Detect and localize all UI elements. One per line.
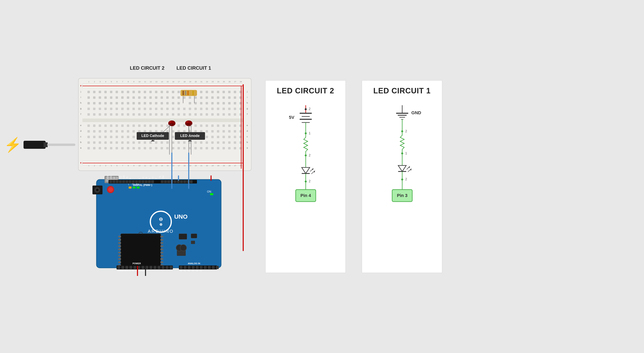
svg-text:21: 21 [200, 165, 202, 167]
svg-text:c: c [247, 135, 248, 138]
svg-text:A0: A0 [180, 270, 182, 272]
svg-text:A5: A5 [200, 270, 202, 272]
svg-rect-347 [144, 147, 146, 149]
svg-rect-358 [206, 147, 208, 149]
svg-text:L: L [128, 183, 130, 186]
svg-text:~11: ~11 [120, 176, 122, 179]
svg-rect-230 [116, 124, 118, 127]
svg-rect-147 [116, 102, 118, 104]
svg-text:6: 6 [116, 81, 118, 83]
svg-rect-462 [160, 236, 163, 237]
svg-rect-229 [110, 124, 112, 127]
svg-rect-371 [187, 91, 189, 95]
svg-rect-211 [166, 113, 169, 116]
svg-rect-236 [149, 124, 152, 127]
svg-text:e: e [247, 124, 248, 126]
svg-text:4: 4 [105, 81, 106, 83]
svg-rect-326 [183, 141, 186, 144]
svg-rect-219 [211, 113, 214, 116]
svg-text:h: h [80, 102, 82, 104]
svg-text:4: 4 [105, 165, 106, 167]
led-anode-tooltip-text: LED Anode [180, 134, 200, 138]
svg-text:2: 2 [94, 165, 95, 167]
svg-text:10: 10 [138, 81, 140, 83]
svg-rect-254 [93, 130, 96, 132]
svg-rect-167 [234, 102, 236, 104]
svg-text:h: h [247, 102, 248, 104]
svg-rect-504 [188, 266, 190, 269]
svg-rect-212 [172, 113, 174, 116]
circuit-1-title: LED CIRCUIT 1 [372, 86, 432, 95]
circuit-2-svg: 5V 2 1 2 [276, 101, 336, 266]
svg-rect-124 [144, 96, 146, 99]
svg-rect-214 [183, 113, 186, 116]
svg-text:~6: ~6 [142, 177, 144, 179]
svg-rect-98 [155, 91, 158, 93]
svg-text:g: g [247, 107, 248, 110]
svg-rect-173 [110, 108, 112, 110]
svg-rect-183 [166, 108, 169, 110]
svg-text:A2: A2 [188, 270, 190, 272]
svg-rect-159 [189, 102, 191, 104]
svg-rect-356 [194, 147, 197, 149]
svg-rect-312 [104, 141, 107, 144]
svg-rect-327 [189, 141, 191, 144]
svg-rect-303 [211, 136, 214, 138]
svg-marker-567 [409, 166, 410, 168]
svg-rect-469 [160, 258, 163, 260]
svg-rect-477 [191, 234, 197, 238]
svg-rect-289 [132, 136, 135, 138]
svg-rect-231 [121, 124, 124, 127]
svg-rect-287 [121, 136, 124, 138]
svg-text:8: 8 [128, 81, 129, 83]
svg-rect-114 [88, 96, 90, 99]
svg-rect-286 [116, 136, 118, 138]
svg-rect-222 [228, 113, 230, 116]
svg-rect-419 [145, 180, 148, 183]
svg-rect-399 [129, 187, 132, 189]
svg-text:19: 19 [189, 165, 191, 167]
svg-rect-314 [116, 141, 118, 144]
svg-rect-102 [178, 91, 180, 93]
pin4-label: Pin 4 [300, 193, 311, 198]
svg-rect-91 [116, 91, 118, 93]
svg-rect-215 [189, 113, 191, 116]
svg-text:5: 5 [111, 81, 112, 83]
svg-text:d: d [247, 130, 248, 132]
circuit-diagram-2: LED CIRCUIT 2 5V 2 [265, 80, 346, 273]
svg-rect-178 [138, 108, 140, 110]
svg-rect-344 [127, 147, 129, 149]
arduino-svg: L TX RX ON [92, 175, 225, 276]
svg-text:A3: A3 [192, 270, 194, 272]
svg-rect-509 [208, 266, 211, 269]
svg-rect-175 [121, 108, 124, 110]
svg-rect-466 [160, 249, 163, 250]
svg-rect-460 [118, 261, 121, 263]
circuit-diagram-1: LED CIRCUIT 1 GND 2 [362, 80, 442, 273]
svg-rect-284 [104, 136, 107, 138]
svg-rect-186 [183, 108, 186, 110]
svg-rect-205 [132, 113, 135, 116]
svg-rect-143 [93, 102, 96, 104]
svg-text:28: 28 [240, 165, 242, 167]
svg-rect-166 [228, 102, 230, 104]
circuit-diagrams-section: LED CIRCUIT 2 5V 2 [265, 80, 442, 273]
svg-rect-416 [135, 180, 138, 183]
svg-rect-342 [116, 147, 118, 149]
svg-text:⊕: ⊕ [160, 223, 162, 227]
svg-rect-307 [234, 136, 236, 138]
svg-rect-488 [150, 266, 152, 269]
circuit-label-1: LED CIRCUIT 1 [176, 65, 211, 71]
svg-rect-268 [172, 130, 174, 132]
svg-rect-245 [200, 124, 202, 127]
svg-rect-150 [132, 102, 135, 104]
svg-rect-99 [160, 91, 163, 93]
svg-rect-511 [216, 266, 219, 269]
svg-rect-302 [206, 136, 208, 138]
svg-rect-93 [127, 91, 129, 93]
svg-rect-285 [110, 136, 112, 138]
svg-rect-426 [174, 180, 176, 183]
svg-rect-87 [93, 91, 96, 93]
svg-rect-313 [110, 141, 112, 144]
svg-text:2: 2 [405, 129, 407, 133]
